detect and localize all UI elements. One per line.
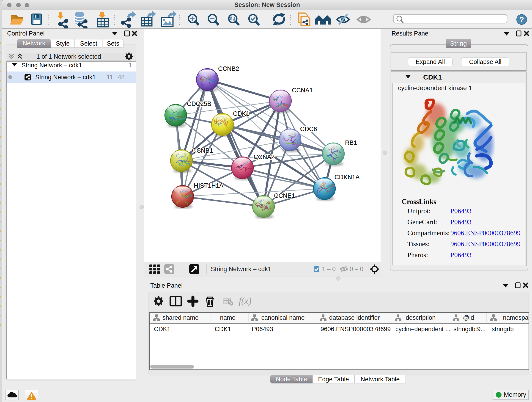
svg-text:String Network – cdk1: String Network – cdk1: [211, 266, 271, 273]
svg-text:shared name: shared name: [162, 314, 199, 321]
svg-text:cyclin–dependent ...: cyclin–dependent ...: [395, 326, 450, 332]
svg-text:database identifier: database identifier: [329, 314, 380, 321]
svg-text:namespace: namespace: [503, 314, 529, 321]
svg-text:CCNA1: CCNA1: [292, 87, 313, 94]
svg-text:HIST1H1A: HIST1H1A: [194, 182, 223, 189]
svg-text:CDKN1A: CDKN1A: [335, 174, 360, 181]
svg-text:canonical name: canonical name: [261, 314, 304, 321]
svg-text:f(x): f(x): [239, 296, 252, 306]
svg-text:CCNE1: CCNE1: [274, 192, 295, 199]
svg-text:stringdb:9...: stringdb:9...: [453, 326, 486, 332]
svg-text:description: description: [406, 314, 436, 321]
svg-text:0 – 0: 0 – 0: [350, 266, 363, 273]
svg-text:CDC6: CDC6: [300, 126, 317, 133]
svg-text:9606.ENSP00000378699: 9606.ENSP00000378699: [321, 326, 391, 332]
svg-text:CCNB2: CCNB2: [218, 65, 239, 72]
svg-text:CCNA2: CCNA2: [254, 153, 275, 160]
svg-text:1 – 0: 1 – 0: [322, 266, 336, 273]
svg-text:name: name: [220, 314, 235, 321]
svg-text:CDC25B: CDC25B: [187, 100, 211, 107]
svg-text:CDK1: CDK1: [154, 326, 171, 332]
svg-text:P06493: P06493: [252, 326, 273, 332]
svg-text:@id: @id: [463, 314, 474, 321]
svg-text:CCNB1: CCNB1: [192, 147, 213, 154]
svg-text:?: ?: [519, 15, 524, 24]
svg-text:stringdb: stringdb: [492, 326, 514, 332]
svg-text:CDK1: CDK1: [215, 326, 231, 332]
svg-text:RB1: RB1: [345, 139, 357, 146]
svg-text:CDK1: CDK1: [233, 110, 249, 117]
